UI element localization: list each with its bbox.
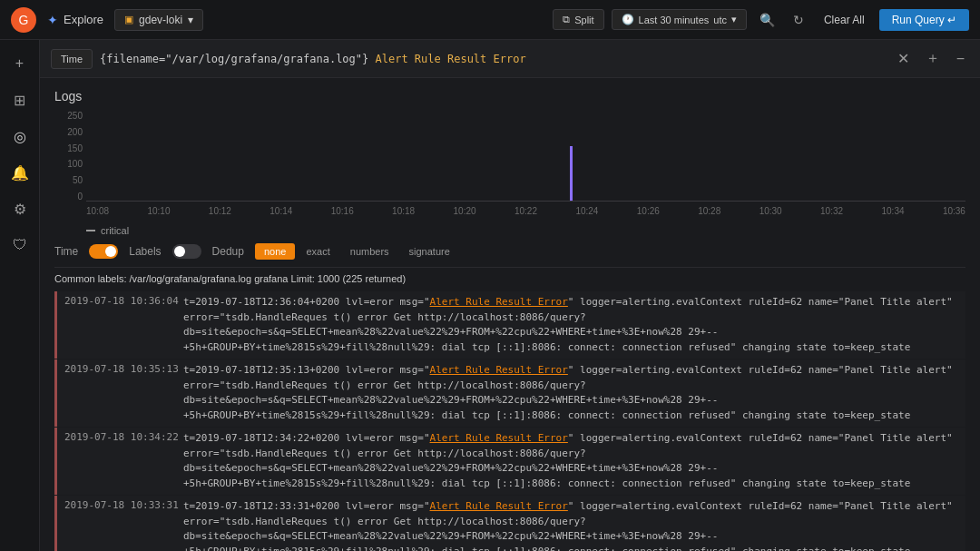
log-labels-button[interactable]: Time (51, 49, 93, 69)
datasource-icon: ▣ (124, 14, 133, 25)
log-entry[interactable]: 2019-07-18 10:35:13 t=2019-07-18T12:35:1… (54, 359, 965, 427)
datasource-selector[interactable]: ▣ gdev-loki ▾ (114, 9, 203, 31)
chart-canvas (86, 111, 965, 202)
labels-toggle[interactable] (172, 244, 201, 259)
chevron-down-icon: ▾ (188, 14, 193, 26)
explore-label: Explore (64, 13, 103, 26)
explore-button[interactable]: ✦ Explore (47, 13, 103, 27)
refresh-button[interactable]: ↻ (788, 9, 809, 31)
log-link[interactable]: Alert Rule Result Error (430, 500, 568, 512)
nav-actions: ⧉ Split 🕐 Last 30 minutes utc ▾ 🔍 ↻ Clea… (553, 9, 969, 31)
log-entry[interactable]: 2019-07-18 10:34:22 t=2019-07-18T12:34:2… (54, 428, 965, 495)
collapse-query-button[interactable]: − (952, 49, 969, 69)
log-timestamp: 2019-07-18 10:35:13 (57, 359, 180, 427)
clock-icon: 🕐 (622, 14, 634, 25)
add-query-button[interactable]: ＋ (921, 47, 945, 70)
sidebar-item-explore[interactable]: ◎ (4, 120, 36, 153)
log-link[interactable]: Alert Rule Result Error (430, 432, 568, 444)
split-button[interactable]: ⧉ Split (553, 9, 603, 30)
query-filter: {filename="/var/log/grafana/grafana.log"… (100, 53, 368, 65)
sidebar-item-settings[interactable]: ⚙ (4, 192, 36, 225)
common-labels: Common labels: /var/log/grafana/grafana.… (54, 273, 965, 284)
log-entries: 2019-07-18 10:36:04 t=2019-07-18T12:36:0… (54, 291, 965, 551)
sidebar-item-dashboards[interactable]: ⊞ (4, 84, 36, 116)
query-highlight: Alert Rule Result Error (376, 53, 526, 65)
legend-label: critical (101, 225, 129, 236)
sidebar-item-shield[interactable]: 🛡 (4, 229, 36, 261)
log-timestamp: 2019-07-18 10:34:22 (57, 428, 180, 495)
dedup-options: none exact numbers signature (255, 243, 459, 260)
split-icon: ⧉ (563, 14, 570, 25)
query-bar: Time {filename="/var/log/grafana/grafana… (40, 40, 980, 78)
log-message: t=2019-07-18T12:33:31+0200 lvl=eror msg=… (180, 496, 965, 551)
controls-row: Time Labels Dedup none exact numbers sig… (54, 236, 965, 268)
log-entry[interactable]: 2019-07-18 10:33:31 t=2019-07-18T12:33:3… (54, 496, 965, 551)
chart-spike (570, 146, 573, 201)
chevron-down-icon: ▾ (731, 14, 737, 25)
chart-x-axis: 10:08 10:10 10:12 10:14 10:16 10:18 10:2… (86, 202, 965, 220)
chart-y-axis: 250 200 150 100 50 0 (54, 111, 86, 202)
compass-icon: ✦ (47, 13, 58, 27)
common-labels-app: grafana (254, 273, 288, 284)
dedup-none[interactable]: none (255, 243, 295, 260)
chart-legend: critical (86, 225, 965, 236)
grafana-logo: G (11, 7, 36, 33)
sidebar: + ⊞ ◎ 🔔 ⚙ 🛡 (0, 40, 40, 551)
logs-panel: Logs 250 200 150 100 50 0 (40, 78, 980, 551)
log-link[interactable]: Alert Rule Result Error (430, 364, 568, 376)
close-query-button[interactable]: ✕ (893, 48, 914, 69)
dedup-signature[interactable]: signature (400, 243, 459, 260)
query-display: {filename="/var/log/grafana/grafana.log"… (100, 53, 886, 65)
datasource-name: gdev-loki (139, 14, 182, 26)
legend-color (86, 230, 95, 231)
log-message: t=2019-07-18T12:36:04+0200 lvl=eror msg=… (180, 291, 965, 359)
content-area: Time {filename="/var/log/grafana/grafana… (40, 40, 980, 551)
log-link[interactable]: Alert Rule Result Error (430, 296, 568, 308)
run-query-button[interactable]: Run Query ↵ (879, 9, 969, 31)
zoom-in-button[interactable]: 🔍 (754, 9, 780, 31)
labels-toggle-label: Labels (129, 245, 161, 258)
common-labels-path: /var/log/grafana/grafana.log (130, 273, 252, 284)
clear-all-button[interactable]: Clear All (817, 10, 872, 30)
sidebar-item-add[interactable]: + (4, 47, 36, 80)
common-labels-limit: Limit: 1000 (225 returned) (291, 273, 407, 284)
time-range-picker[interactable]: 🕐 Last 30 minutes utc ▾ (612, 9, 747, 30)
time-toggle-label: Time (54, 245, 78, 258)
panel-title: Logs (54, 89, 965, 103)
log-timestamp: 2019-07-18 10:36:04 (57, 291, 180, 359)
time-toggle[interactable] (89, 244, 118, 259)
dedup-exact[interactable]: exact (297, 243, 338, 260)
sidebar-item-alerts[interactable]: 🔔 (4, 156, 36, 189)
log-message: t=2019-07-18T12:35:13+0200 lvl=eror msg=… (180, 359, 965, 427)
log-entry[interactable]: 2019-07-18 10:36:04 t=2019-07-18T12:36:0… (54, 291, 965, 359)
logs-chart: 250 200 150 100 50 0 (54, 111, 965, 220)
log-timestamp: 2019-07-18 10:33:31 (57, 496, 180, 551)
common-labels-prefix: Common labels: (54, 273, 126, 284)
top-nav: G ✦ Explore ▣ gdev-loki ▾ ⧉ Split 🕐 Last… (0, 0, 980, 40)
dedup-label: Dedup (212, 245, 244, 258)
dedup-numbers[interactable]: numbers (341, 243, 398, 260)
log-message: t=2019-07-18T12:34:22+0200 lvl=eror msg=… (180, 428, 965, 495)
